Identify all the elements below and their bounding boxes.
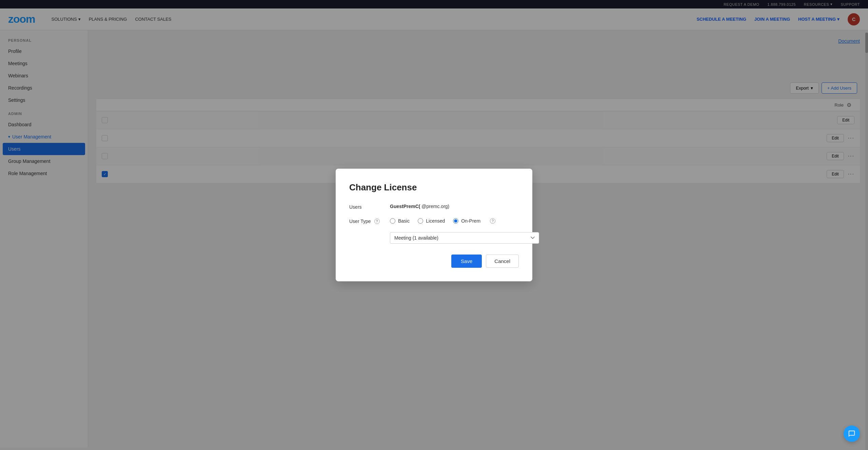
user-name: GuestPremC(: [390, 204, 420, 209]
radio-licensed[interactable]: Licensed: [418, 218, 445, 224]
change-license-modal: Change License Users GuestPremC( @premc.…: [336, 169, 532, 281]
cancel-button[interactable]: Cancel: [486, 255, 519, 268]
help-icon-on-prem[interactable]: ?: [490, 218, 495, 224]
users-label: Users: [349, 204, 390, 210]
users-row: Users GuestPremC( @premc.org): [349, 204, 519, 210]
modal-actions: Save Cancel: [349, 255, 519, 268]
help-icon[interactable]: ?: [374, 219, 380, 224]
radio-basic-input[interactable]: [390, 218, 395, 224]
radio-on-prem-input[interactable]: [453, 218, 458, 224]
chat-button[interactable]: [844, 426, 860, 442]
user-type-row: User Type ? Basic Licensed On-Prem ?: [349, 218, 519, 224]
license-dropdown-row: Meeting (1 available): [390, 232, 519, 244]
save-button[interactable]: Save: [451, 255, 482, 268]
license-dropdown[interactable]: Meeting (1 available): [390, 232, 539, 244]
modal-overlay: Change License Users GuestPremC( @premc.…: [0, 0, 868, 448]
radio-on-prem[interactable]: On-Prem: [453, 218, 480, 224]
user-type-options: Basic Licensed On-Prem ?: [390, 218, 495, 224]
chat-icon: [848, 430, 855, 437]
user-type-label: User Type ?: [349, 218, 390, 224]
radio-licensed-input[interactable]: [418, 218, 423, 224]
radio-basic[interactable]: Basic: [390, 218, 410, 224]
modal-title: Change License: [349, 182, 519, 193]
user-email: @premc.org): [421, 204, 449, 209]
user-info: GuestPremC( @premc.org): [390, 204, 449, 209]
